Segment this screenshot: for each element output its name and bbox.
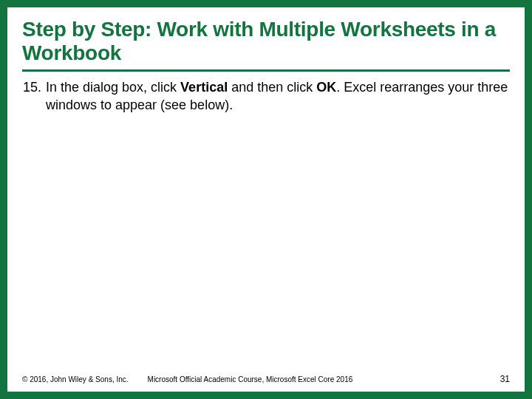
copyright-text: © 2016, John Wiley & Sons, Inc. — [22, 375, 129, 383]
step-bold-ok: OK — [316, 80, 336, 95]
step-bold-vertical: Vertical — [180, 80, 228, 95]
page-number: 31 — [500, 374, 510, 384]
step-text-mid: and then click — [228, 80, 316, 95]
page-title: Step by Step: Work with Multiple Workshe… — [22, 18, 510, 65]
slide-footer: © 2016, John Wiley & Sons, Inc. Microsof… — [22, 374, 510, 384]
instruction-step: 15. In the dialog box, click Vertical an… — [22, 79, 510, 114]
step-number: 15. — [22, 79, 46, 96]
slide-frame: Step by Step: Work with Multiple Workshe… — [0, 0, 532, 399]
course-text: Microsoft Official Academic Course, Micr… — [148, 375, 353, 383]
step-text: In the dialog box, click Vertical and th… — [46, 79, 510, 114]
step-text-pre: In the dialog box, click — [46, 80, 180, 95]
footer-left: © 2016, John Wiley & Sons, Inc. Microsof… — [22, 375, 352, 383]
title-divider — [22, 69, 510, 72]
slide-content: Step by Step: Work with Multiple Workshe… — [7, 7, 525, 392]
